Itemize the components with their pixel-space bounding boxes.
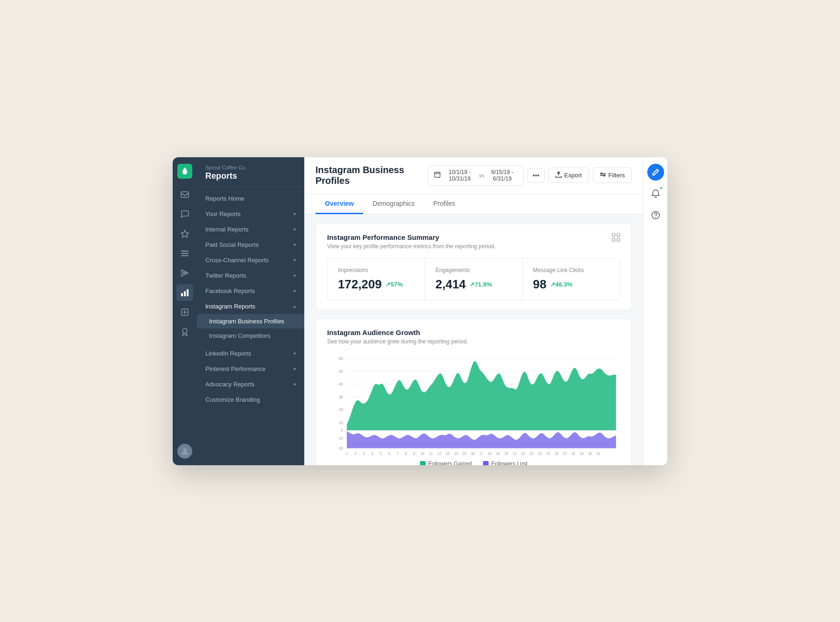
legend-item-followers-gained: Followers Gained: [420, 461, 472, 465]
svg-text:26: 26: [555, 451, 559, 456]
date-range-value: 10/1/19 - 10/31/19: [443, 169, 476, 182]
svg-text:30: 30: [588, 451, 592, 456]
svg-text:9: 9: [413, 451, 415, 456]
svg-text:21: 21: [513, 451, 517, 456]
svg-text:14: 14: [454, 451, 458, 456]
chevron-down-icon: ▾: [294, 242, 296, 247]
audience-growth-card: Instagram Audience Growth See how your a…: [315, 319, 632, 465]
audience-growth-title: Instagram Audience Growth: [327, 328, 620, 336]
sidebar-item-reports-home[interactable]: Reports Home: [197, 191, 304, 206]
metric-impressions: Impressions 172,209 ↗57%: [328, 259, 425, 300]
svg-marker-1: [181, 230, 189, 238]
svg-text:12: 12: [437, 451, 441, 456]
svg-text:2: 2: [355, 451, 357, 456]
sidebar-header: Sprout Coffee Co. Reports: [197, 157, 304, 187]
tab-overview[interactable]: Overview: [315, 194, 363, 214]
app-logo[interactable]: [177, 164, 192, 179]
legend-item-followers-lost: Followers Lost: [483, 461, 527, 465]
performance-summary-card: Instagram Performance Summary View your …: [315, 224, 632, 310]
rail-icon-award[interactable]: [176, 323, 193, 340]
sidebar-item-instagram-business-profiles[interactable]: Instagram Business Profiles: [197, 314, 304, 328]
sidebar-item-pinterest-performance[interactable]: Pinterest Performance ▾: [197, 361, 304, 377]
metric-engagements-label: Engagements: [435, 267, 512, 273]
svg-text:13: 13: [446, 451, 449, 456]
calendar-icon: [434, 171, 441, 179]
sidebar-item-customize-branding[interactable]: Customize Branding: [197, 392, 304, 407]
export-button[interactable]: Export: [548, 168, 589, 183]
sidebar-nav: Reports Home Your Reports ▾ Internal Rep…: [197, 187, 304, 411]
tab-demographics[interactable]: Demographics: [363, 194, 424, 214]
sidebar: Sprout Coffee Co. Reports Reports Home Y…: [197, 157, 304, 465]
right-rail: [643, 157, 667, 465]
sidebar-item-label: Facebook Reports: [205, 287, 255, 294]
sidebar-item-twitter-reports[interactable]: Twitter Reports ▾: [197, 268, 304, 283]
svg-rect-4: [181, 255, 189, 256]
notifications-button[interactable]: [647, 185, 664, 202]
svg-text:28: 28: [572, 451, 575, 456]
svg-text:6: 6: [388, 451, 390, 456]
sidebar-item-internal-reports[interactable]: Internal Reports ▾: [197, 222, 304, 237]
chevron-down-icon: ▾: [294, 366, 296, 371]
page-title: Instagram Business Profiles: [315, 165, 428, 186]
svg-text:1: 1: [346, 451, 348, 456]
more-options-button[interactable]: •••: [527, 168, 545, 183]
icon-rail: [173, 157, 197, 465]
sidebar-item-instagram-reports[interactable]: Instagram Reports ▴: [197, 299, 304, 314]
date-range-button[interactable]: 10/1/19 - 10/31/19 vs 6/15/19 - 6/31/19: [428, 165, 524, 186]
performance-summary-title: Instagram Performance Summary: [327, 233, 496, 241]
chevron-up-icon: ▴: [294, 304, 296, 309]
chevron-down-icon: ▾: [294, 227, 296, 232]
grid-icon[interactable]: [612, 233, 620, 244]
metric-engagements-change: ↗71.9%: [469, 281, 492, 288]
rail-icon-messages[interactable]: [176, 206, 193, 223]
svg-text:20: 20: [339, 407, 343, 412]
sidebar-item-your-reports[interactable]: Your Reports ▾: [197, 206, 304, 222]
svg-text:5: 5: [380, 451, 382, 456]
svg-text:31: 31: [596, 451, 600, 456]
metrics-grid: Impressions 172,209 ↗57% Engagements: [327, 258, 620, 301]
rail-icon-inbox[interactable]: [176, 186, 193, 203]
company-name: Sprout Coffee Co.: [205, 165, 296, 170]
sidebar-item-paid-social-reports[interactable]: Paid Social Reports ▾: [197, 237, 304, 252]
svg-text:18: 18: [488, 451, 491, 456]
help-button[interactable]: [647, 207, 664, 224]
svg-rect-7: [187, 289, 189, 296]
sidebar-item-facebook-reports[interactable]: Facebook Reports ▾: [197, 283, 304, 299]
sidebar-item-linkedin-reports[interactable]: LinkedIn Reports ▾: [197, 346, 304, 361]
svg-text:16: 16: [471, 451, 475, 456]
metric-engagements: Engagements 2,414 ↗71.9%: [425, 259, 522, 300]
rail-icon-send[interactable]: [176, 265, 193, 281]
rail-icon-list[interactable]: [176, 245, 193, 262]
rail-icon-star[interactable]: [176, 225, 193, 242]
chevron-down-icon: ▾: [294, 211, 296, 217]
tab-profiles[interactable]: Profiles: [424, 194, 465, 214]
svg-text:0: 0: [341, 427, 343, 433]
svg-text:60: 60: [339, 356, 343, 361]
svg-text:4: 4: [371, 451, 373, 456]
audience-growth-chart: 60 50 40 30 20 10 0 -10 -20: [327, 353, 620, 456]
user-avatar[interactable]: [177, 444, 192, 459]
svg-text:10: 10: [339, 420, 343, 425]
sidebar-item-label: Paid Social Reports: [205, 241, 259, 248]
svg-text:15: 15: [462, 451, 466, 456]
rail-icon-badge[interactable]: [176, 304, 193, 321]
compose-button[interactable]: [647, 164, 664, 181]
svg-text:30: 30: [339, 394, 343, 399]
svg-text:24: 24: [538, 451, 542, 456]
sidebar-item-instagram-competitors[interactable]: Instagram Competitors: [197, 328, 304, 343]
metric-link-clicks-label: Message Link Clicks: [533, 267, 609, 273]
sidebar-item-label: Instagram Reports: [205, 303, 255, 310]
sidebar-item-label: Customize Branding: [205, 396, 260, 403]
svg-text:-10: -10: [337, 435, 343, 440]
rail-icon-reports[interactable]: [176, 284, 193, 301]
main-content: Instagram Business Profiles 10/1/19 - 10…: [304, 157, 643, 465]
metric-link-clicks: Message Link Clicks 98 ↗46.3%: [523, 259, 620, 300]
svg-text:10: 10: [421, 451, 425, 456]
svg-text:20: 20: [504, 451, 508, 456]
filters-button[interactable]: Filters: [593, 168, 632, 183]
sidebar-item-advocacy-reports[interactable]: Advocacy Reports ▾: [197, 377, 304, 392]
svg-point-9: [182, 328, 187, 333]
sidebar-item-cross-channel-reports[interactable]: Cross-Channel Reports ▾: [197, 252, 304, 268]
sidebar-item-label: Internal Reports: [205, 226, 249, 233]
svg-rect-14: [612, 234, 615, 237]
